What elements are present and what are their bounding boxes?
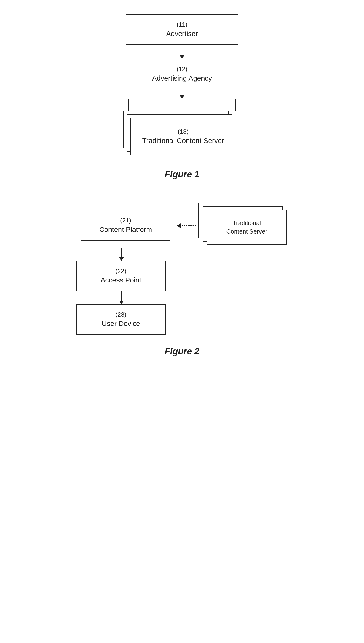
ap-number: (22)	[116, 267, 126, 275]
traditional-content-server-box: (13) Traditional Content Server	[130, 118, 236, 155]
tcs-number-fig1: (13)	[178, 127, 188, 136]
fork-horizontal	[116, 99, 248, 111]
figure1: (11) Advertiser (12) Advertising Agency	[100, 14, 264, 179]
figure2-top-row: (21) Content Platform Traditional Conten…	[76, 203, 288, 248]
ud-label: User Device	[102, 319, 140, 329]
arrow-cp-to-ap	[121, 248, 122, 261]
fig2-arrows-col2	[76, 291, 288, 304]
agency-number: (12)	[176, 65, 188, 73]
access-point-row: (22) Access Point	[76, 261, 288, 291]
tcs-line2-fig2: Content Server	[226, 227, 268, 236]
figure2: (21) Content Platform Traditional Conten…	[76, 203, 288, 357]
advertiser-box: (11) Advertiser	[126, 14, 238, 45]
dashed-arrow	[177, 225, 196, 226]
figure1-label: Figure 1	[164, 169, 200, 179]
fig2-left-col: (21) Content Platform	[76, 210, 175, 241]
ap-label: Access Point	[100, 275, 141, 285]
fig2-arrows-col	[76, 248, 288, 261]
advertiser-label: Advertiser	[166, 29, 198, 39]
traditional-content-server-group: (13) Traditional Content Server	[123, 111, 241, 158]
tcs-label-fig1: Traditional Content Server	[142, 136, 224, 146]
user-device-box: (23) User Device	[76, 304, 166, 335]
ud-number: (23)	[116, 310, 126, 319]
figure2-label: Figure 2	[164, 346, 200, 357]
arrow-ap-to-ud	[121, 291, 122, 304]
advertising-agency-box: (12) Advertising Agency	[126, 59, 238, 89]
fig2-right-col: Traditional Content Server	[198, 203, 288, 248]
tcs-box-fig2: Traditional Content Server	[207, 209, 287, 245]
arrow-advertiser-to-agency	[182, 45, 182, 59]
cp-label: Content Platform	[99, 225, 152, 235]
content-platform-box: (21) Content Platform	[81, 210, 170, 241]
tcs-line1-fig2: Traditional	[233, 219, 261, 227]
cp-number: (21)	[120, 216, 131, 225]
fork-arrow-down	[182, 89, 182, 99]
advertiser-number: (11)	[176, 20, 188, 29]
access-point-box: (22) Access Point	[76, 261, 166, 291]
agency-label: Advertising Agency	[152, 73, 212, 83]
tcs-stacked-group-fig2: Traditional Content Server	[198, 203, 288, 248]
user-device-row: (23) User Device	[76, 304, 288, 335]
